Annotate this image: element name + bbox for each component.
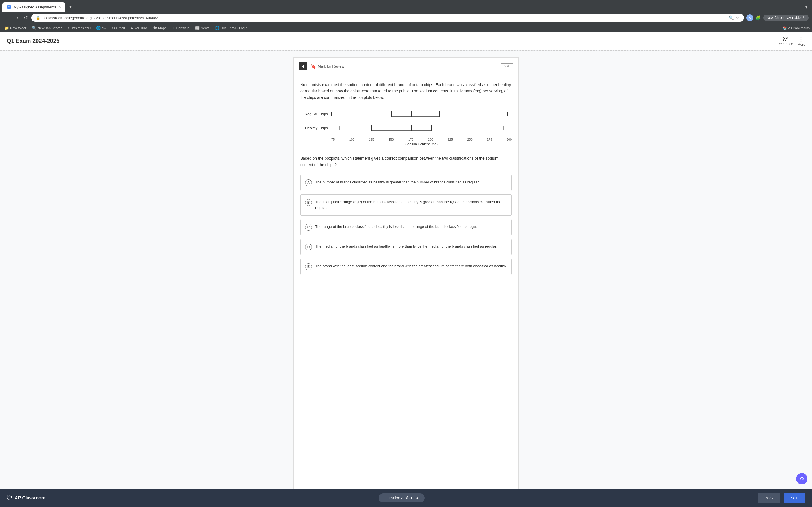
- answer-choices: A The number of brands classified as hea…: [300, 175, 512, 275]
- question-number: 4: [299, 62, 307, 70]
- bookmark-lms[interactable]: S lms.fcps.edu: [66, 25, 93, 31]
- dualenroll-icon: 🌐: [215, 26, 219, 30]
- page-title: Q1 Exam 2024-2025: [7, 38, 59, 44]
- bookmark-label: lms.fcps.edu: [71, 26, 91, 30]
- choice-d[interactable]: D The median of the brands classified as…: [300, 239, 512, 255]
- bookmark-gmail[interactable]: ✉ Gmail: [110, 25, 127, 31]
- dw-icon: 🌐: [96, 26, 101, 30]
- reference-button[interactable]: X² Reference: [777, 36, 793, 46]
- tab-title: My Assigned Assignments: [13, 5, 56, 9]
- bookmark-new-folder[interactable]: 📁 New folder: [2, 25, 29, 31]
- axis-tick: 175: [408, 138, 413, 141]
- abc-button[interactable]: ABC: [501, 63, 513, 69]
- youtube-icon: ▶: [131, 26, 133, 30]
- choice-c[interactable]: C The range of the brands classified as …: [300, 219, 512, 235]
- search-icon: 🔍: [32, 26, 36, 30]
- settings-fab-button[interactable]: ⚙: [796, 473, 808, 485]
- app-header: Q1 Exam 2024-2025 X² Reference ⋮ More: [0, 32, 812, 50]
- mark-for-review-button[interactable]: 🔖 Mark for Review: [310, 64, 344, 69]
- choice-e-text: The brand with the least sodium content …: [315, 263, 507, 269]
- bookmarks-bar: 📁 New folder 🔍 New Tab Search S lms.fcps…: [0, 24, 812, 32]
- healthy-boxplot-svg: [331, 124, 512, 132]
- url-bar[interactable]: 🔒 apclassroom.collegeboard.org/33/assess…: [31, 14, 744, 22]
- header-actions: X² Reference ⋮ More: [777, 36, 805, 47]
- reference-icon: X²: [783, 36, 788, 42]
- bookmark-label: Gmail: [116, 26, 125, 30]
- question-body: Nutritionists examined the sodium conten…: [294, 75, 518, 285]
- translate-icon: T: [172, 26, 174, 30]
- main-content: 4 🔖 Mark for Review ABC Nutritionists ex…: [0, 51, 812, 496]
- menu-dots-icon: ⋮: [802, 16, 805, 20]
- profile-icon[interactable]: K: [746, 14, 753, 21]
- choice-b-letter: B: [305, 199, 312, 206]
- bookmarks-icon: 📚: [783, 26, 787, 30]
- search-icon: 🔍: [729, 15, 733, 20]
- bookmark-label: YouTube: [135, 26, 148, 30]
- healthy-chips-label: Healthy Chips: [300, 126, 331, 130]
- star-icon[interactable]: ☆: [736, 15, 740, 20]
- choice-a-letter: A: [305, 179, 312, 186]
- tab-expand-button[interactable]: ▾: [803, 3, 810, 11]
- back-nav-button[interactable]: ←: [3, 14, 11, 22]
- lms-icon: S: [68, 26, 70, 30]
- active-tab[interactable]: M My Assigned Assignments ×: [2, 2, 65, 12]
- bookmark-dualenroll[interactable]: 🌐 DualEnroll - Login: [213, 25, 250, 31]
- more-button[interactable]: ⋮ More: [798, 36, 805, 47]
- axis-tick: 150: [389, 138, 394, 141]
- choice-a[interactable]: A The number of brands classified as hea…: [300, 175, 512, 191]
- tab-bar: M My Assigned Assignments × + ▾: [0, 0, 812, 12]
- news-icon: 📰: [195, 26, 200, 30]
- bookmark-label: News: [201, 26, 209, 30]
- forward-nav-button[interactable]: →: [13, 14, 20, 22]
- bookmark-label: Translate: [175, 26, 190, 30]
- healthy-chips-row: Healthy Chips: [300, 124, 512, 132]
- bookmark-youtube[interactable]: ▶ YouTube: [128, 25, 150, 31]
- choice-a-text: The number of brands classified as healt…: [315, 179, 479, 185]
- address-bar-icons: 🔍 ☆: [729, 15, 740, 20]
- folder-icon: 📁: [4, 26, 9, 30]
- all-bookmarks-button[interactable]: 📚 All Bookmarks: [783, 26, 810, 30]
- axis-tick: 225: [448, 138, 453, 141]
- choice-e-letter: E: [305, 263, 312, 270]
- ap-shield-icon: 🛡: [7, 495, 12, 496]
- question-passage: Nutritionists examined the sodium conten…: [300, 82, 512, 101]
- extensions-icon[interactable]: 🧩: [755, 15, 761, 20]
- all-bookmarks-label: All Bookmarks: [788, 26, 810, 30]
- chrome-update-banner[interactable]: New Chrome available ⋮: [763, 15, 809, 21]
- choice-b-text: The interquartile range (IQR) of the bra…: [315, 199, 507, 211]
- more-label: More: [798, 43, 805, 47]
- bookmark-news[interactable]: 📰 News: [193, 25, 211, 31]
- regular-chips-chart: [331, 110, 512, 118]
- next-button[interactable]: Next: [783, 493, 805, 496]
- choice-b[interactable]: B The interquartile range (IQR) of the b…: [300, 194, 512, 216]
- bookmark-maps[interactable]: 🗺 Maps: [151, 25, 168, 31]
- chrome-update-label: New Chrome available: [767, 16, 801, 20]
- url-text: apclassroom.collegeboard.org/33/assessme…: [43, 16, 726, 20]
- bookmark-translate[interactable]: T Translate: [170, 25, 192, 31]
- choice-d-letter: D: [305, 244, 312, 250]
- question-indicator-button[interactable]: Question 4 of 20 ▲: [378, 494, 424, 496]
- bookmark-icon: 🔖: [310, 64, 316, 69]
- maps-icon: 🗺: [153, 26, 157, 30]
- choice-c-text: The range of the brands classified as he…: [315, 224, 481, 230]
- choice-c-letter: C: [305, 224, 312, 231]
- tab-close-button[interactable]: ×: [58, 4, 61, 10]
- axis-tick: 75: [331, 138, 335, 141]
- reload-button[interactable]: ↺: [22, 13, 29, 22]
- footer-navigation: Back Next: [758, 493, 805, 496]
- choice-e[interactable]: E The brand with the least sodium conten…: [300, 259, 512, 275]
- bookmark-dw[interactable]: 🌐 dw: [94, 25, 108, 31]
- gmail-icon: ✉: [112, 26, 115, 30]
- axis-container: 75 100 125 150 175 200 225 250 275 300 S…: [331, 138, 512, 146]
- bookmark-label: New folder: [10, 26, 26, 30]
- tab-favicon: M: [7, 5, 11, 9]
- axis-tick: 125: [369, 138, 374, 141]
- reference-label: Reference: [777, 42, 793, 46]
- question-header: 4 🔖 Mark for Review ABC: [294, 58, 518, 75]
- bookmark-new-tab-search[interactable]: 🔍 New Tab Search: [30, 25, 64, 31]
- back-button[interactable]: Back: [758, 493, 780, 496]
- svg-rect-8: [371, 125, 432, 131]
- axis-ticks: 75 100 125 150 175 200 225 250 275 300: [331, 138, 512, 141]
- axis-tick: 275: [487, 138, 492, 141]
- new-tab-button[interactable]: +: [66, 3, 74, 11]
